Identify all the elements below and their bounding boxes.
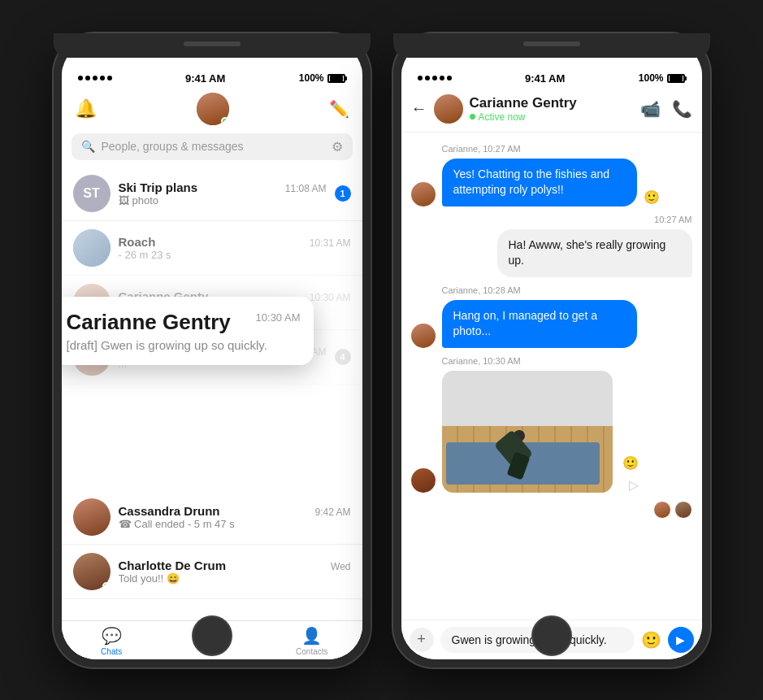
ski-trip-preview: 🖼 photo: [119, 194, 327, 207]
tooltip-name: Carianne Gentry: [67, 310, 231, 334]
roach-time: 10:31 AM: [310, 237, 351, 249]
msg1-row: Yes! Chatting to the fishies and attempt…: [411, 159, 692, 207]
right-screen: 9:41 AM 100% ← Carianne Gentry Active no…: [401, 41, 702, 659]
right-battery-pct: 100%: [639, 72, 664, 84]
right-home-button[interactable]: [531, 615, 572, 656]
left-speaker: [184, 41, 241, 46]
battery-pct: 100%: [299, 72, 324, 84]
msg-group-2: 10:27 AM Ha! Awww, she's really growing …: [411, 211, 692, 277]
dot5: [107, 76, 112, 80]
msg4-avatar: [411, 468, 436, 493]
msg-group-4: Carianne, 10:30 AM: [411, 353, 692, 493]
search-bar[interactable]: 🔍 People, groups & messages ⚙: [72, 133, 353, 160]
voice-call-icon[interactable]: 📞: [672, 99, 692, 119]
status-dot: [470, 114, 475, 120]
list-item[interactable]: Cassandra Drunn 9:42 AM ☎ Call ended - 5…: [62, 490, 362, 545]
attach-button[interactable]: +: [410, 628, 434, 652]
photo-sim: [442, 371, 613, 493]
video-call-icon[interactable]: 📹: [640, 99, 661, 119]
dot3: [93, 76, 98, 80]
msg4-actions: 🙂 ▷: [622, 455, 639, 493]
roach-content: Roach 10:31 AM - 26 m 23 s: [119, 235, 351, 261]
rdot1: [418, 76, 423, 80]
msg4-photo[interactable]: [442, 371, 613, 493]
msg4-send-icon[interactable]: ▷: [629, 477, 639, 493]
contact-info: Carianne Gentry Active now: [470, 95, 634, 123]
chat-tooltip: Carianne Gentry 10:30 AM [draft] Gwen is…: [62, 297, 314, 365]
right-signal-dots: [418, 76, 452, 80]
right-battery-fill: [670, 76, 683, 81]
status-text: Active now: [479, 111, 526, 123]
list-item[interactable]: Charlotte De Crum Wed Told you!! 😄: [62, 545, 362, 599]
msg3-timestamp: Carianne, 10:28 AM: [411, 285, 692, 295]
list-item[interactable]: Roach 10:31 AM - 26 m 23 s: [62, 221, 362, 276]
msg1-timestamp: Carianne, 10:27 AM: [411, 144, 692, 154]
msg1-avatar: [411, 182, 436, 207]
dot2: [85, 76, 90, 80]
left-screen: 9:41 AM 100% 🔔 ✏️ 🔍 Peo: [62, 41, 362, 659]
left-notch: [54, 33, 371, 58]
msg1-bubble: Yes! Chatting to the fishies and attempt…: [442, 159, 637, 207]
chats-header: 🔔 ✏️: [62, 88, 362, 133]
compose-icon[interactable]: ✏️: [329, 99, 349, 119]
search-placeholder[interactable]: People, groups & messages: [102, 140, 325, 153]
charlotte-name: Charlotte De Crum: [119, 559, 227, 572]
msg-group-3: Carianne, 10:28 AM Hang on, I managed to…: [411, 282, 692, 348]
filter-icon[interactable]: ⚙: [332, 139, 343, 154]
contacts-icon: 👤: [301, 626, 322, 646]
signal-dots: [78, 76, 112, 80]
dot4: [100, 76, 105, 80]
roach-name-row: Roach 10:31 AM: [119, 235, 351, 249]
search-icon: 🔍: [81, 140, 95, 153]
right-phone: 9:41 AM 100% ← Carianne Gentry Active no…: [393, 33, 710, 667]
charlotte-preview-text: Told you!! 😄: [119, 572, 180, 585]
chats-label: Chats: [101, 647, 122, 656]
contact-status: Active now: [470, 111, 634, 123]
send-button[interactable]: ▶: [668, 627, 694, 653]
left-battery-area: 100%: [299, 72, 346, 84]
detail-actions: 📹 📞: [640, 99, 692, 119]
chats-icon: 💬: [102, 626, 122, 646]
ski-trip-preview-text: photo: [132, 194, 159, 207]
battery-fill: [330, 76, 343, 81]
chat-detail-header: ← Carianne Gentry Active now 📹 📞: [401, 88, 702, 133]
nav-chats[interactable]: 💬 Chats: [62, 626, 162, 656]
charlotte-avatar: [73, 553, 111, 590]
left-phone: 9:41 AM 100% 🔔 ✏️ 🔍 Peo: [54, 33, 371, 667]
msg3-avatar: [411, 324, 436, 348]
bell-icon[interactable]: 🔔: [75, 98, 97, 120]
cassandra-preview-text: ☎ Call ended - 5 m 47 s: [119, 518, 235, 530]
contacts-label: Contacts: [296, 647, 327, 656]
back-button[interactable]: ←: [411, 99, 427, 118]
rdot4: [440, 76, 444, 80]
battery-icon: [327, 74, 345, 83]
left-home-button[interactable]: [192, 615, 232, 656]
right-notch: [393, 33, 710, 58]
messages-area: Carianne, 10:27 AM Yes! Chatting to the …: [401, 133, 702, 620]
nav-contacts[interactable]: 👤 Contacts: [262, 626, 362, 656]
charlotte-content: Charlotte De Crum Wed Told you!! 😄: [119, 559, 351, 585]
charlotte-name-row: Charlotte De Crum Wed: [119, 559, 351, 572]
msg2-bubble: Ha! Awww, she's really growing up.: [497, 229, 692, 277]
cassandra-time: 9:42 AM: [314, 507, 350, 518]
charlotte-time: Wed: [331, 561, 350, 572]
roach-preview: - 26 m 23 s: [119, 249, 351, 261]
ski-trip-avatar: ST: [73, 175, 111, 212]
rdot5: [447, 76, 452, 80]
msg3-bubble: Hang on, I managed to get a photo...: [442, 300, 637, 348]
msg1-reaction: 🙂: [644, 189, 660, 205]
msg2-row: Ha! Awww, she's really growing up.: [411, 229, 692, 277]
chat-detail-screen: ← Carianne Gentry Active now 📹 📞: [401, 88, 702, 659]
list-item[interactable]: ST Ski Trip plans 11:08 AM 🖼 photo 1: [62, 167, 362, 221]
contact-avatar: [434, 94, 463, 124]
photo-icon: 🖼: [119, 194, 129, 207]
msg-group-1: Carianne, 10:27 AM Yes! Chatting to the …: [411, 141, 692, 207]
user-avatar[interactable]: [197, 93, 229, 125]
ski-trip-content: Ski Trip plans 11:08 AM 🖼 photo: [119, 180, 327, 207]
right-battery-icon: [667, 74, 685, 83]
emoji-button[interactable]: 🙂: [641, 630, 661, 650]
ski-trip-name-row: Ski Trip plans 11:08 AM: [119, 180, 327, 194]
msg4-row: 🙂 ▷: [411, 371, 692, 493]
chats-screen: 🔔 ✏️ 🔍 People, groups & messages ⚙ ST: [62, 88, 362, 659]
rdot3: [432, 76, 437, 80]
